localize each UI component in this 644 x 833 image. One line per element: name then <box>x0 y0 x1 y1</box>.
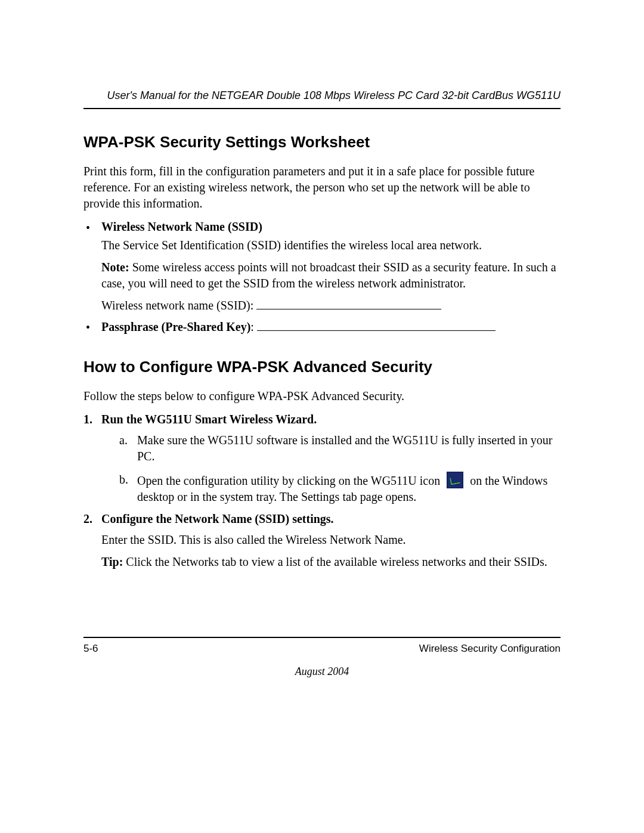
footer-page-number: 5-6 <box>83 643 98 655</box>
passphrase-head: Passphrase (Pre-Shared Key) <box>101 320 250 333</box>
bullet-ssid-note: Note: Some wireless access points will n… <box>101 259 561 292</box>
step-2-head: Configure the Network Name (SSID) settin… <box>101 512 561 526</box>
steps-list: Run the WG511U Smart Wireless Wizard. Ma… <box>83 413 561 570</box>
passphrase-colon: : <box>250 320 257 333</box>
note-body: Some wireless access points will not bro… <box>101 261 556 290</box>
heading-wpa-psk-worksheet: WPA-PSK Security Settings Worksheet <box>83 133 561 151</box>
step-2: Configure the Network Name (SSID) settin… <box>83 512 561 570</box>
step-2-tip: Tip: Click the Networks tab to view a li… <box>101 554 561 570</box>
footer-rule <box>83 637 561 638</box>
bullet-passphrase: Passphrase (Pre-Shared Key): <box>83 320 561 334</box>
section1-intro: Print this form, fill in the configurati… <box>83 163 561 212</box>
step-1b: Open the configuration utility by clicki… <box>119 472 561 505</box>
ssid-blank-line <box>256 298 441 309</box>
document-page: User's Manual for the NETGEAR Double 108… <box>0 0 644 833</box>
heading-how-to-configure: How to Configure WPA-PSK Advanced Securi… <box>83 358 561 376</box>
step-1b-pre: Open the configuration utility by clicki… <box>137 474 440 487</box>
page-footer: 5-6 Wireless Security Configuration Augu… <box>83 637 561 678</box>
tip-label: Tip: <box>101 555 123 568</box>
bullet-ssid-body1: The Service Set Identification (SSID) id… <box>101 237 561 253</box>
footer-date: August 2004 <box>83 665 561 678</box>
ssid-fill-label: Wireless network name (SSID): <box>101 299 256 312</box>
running-header: User's Manual for the NETGEAR Double 108… <box>83 89 561 109</box>
step-1-head: Run the WG511U Smart Wireless Wizard. <box>101 413 561 426</box>
wg511u-tray-icon <box>447 472 463 488</box>
section1-bullets: Wireless Network Name (SSID) The Service… <box>83 220 561 334</box>
passphrase-blank-line <box>257 320 496 331</box>
bullet-ssid-fill: Wireless network name (SSID): <box>101 298 561 314</box>
step-2-body: Enter the SSID. This is also called the … <box>101 532 561 548</box>
step-1: Run the WG511U Smart Wireless Wizard. Ma… <box>83 413 561 505</box>
footer-row: 5-6 Wireless Security Configuration <box>83 643 561 655</box>
tip-body: Click the Networks tab to view a list of… <box>123 555 547 568</box>
step-1-sub: Make sure the WG511U software is install… <box>101 432 561 505</box>
footer-section-name: Wireless Security Configuration <box>419 643 561 655</box>
bullet-passphrase-line: Passphrase (Pre-Shared Key): <box>101 320 496 333</box>
bullet-ssid: Wireless Network Name (SSID) The Service… <box>83 220 561 314</box>
step-1a: Make sure the WG511U software is install… <box>119 432 561 465</box>
note-label: Note: <box>101 261 129 274</box>
bullet-ssid-head: Wireless Network Name (SSID) <box>101 220 561 234</box>
section2-intro: Follow the steps below to configure WPA-… <box>83 388 561 404</box>
